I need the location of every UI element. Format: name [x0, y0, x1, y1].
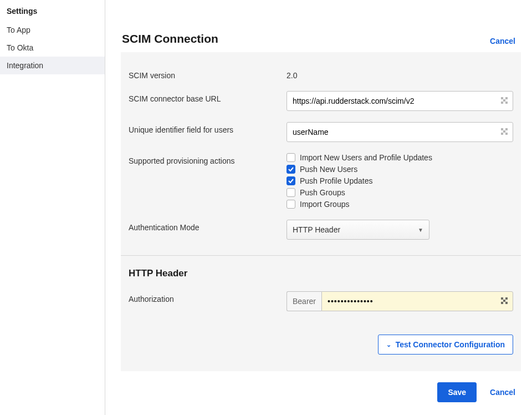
page-title: SCIM Connection [122, 32, 218, 45]
svg-rect-2 [503, 99, 505, 102]
row-authorization: Authorization Bearer [127, 286, 514, 317]
svg-rect-10 [501, 297, 503, 300]
variable-icon[interactable] [501, 97, 508, 105]
variable-icon[interactable] [501, 128, 508, 136]
chevron-down-icon: ▼ [418, 227, 423, 233]
svg-rect-3 [501, 102, 503, 104]
form-panel: SCIM version 2.0 SCIM connector base URL… [121, 52, 521, 371]
svg-rect-0 [501, 97, 503, 99]
svg-rect-14 [505, 302, 508, 304]
label-provisioning: Supported provisioning actions [129, 153, 287, 165]
checkbox-icon[interactable] [287, 200, 295, 209]
auth-type-prefix: Bearer [287, 291, 321, 311]
cancel-link-top[interactable]: Cancel [490, 37, 515, 45]
row-base-url: SCIM connector base URL [127, 85, 514, 117]
checkbox-label: Push New Users [300, 165, 357, 174]
footer: Save Cancel [121, 371, 521, 402]
variable-icon[interactable] [501, 297, 508, 306]
row-scim-version: SCIM version 2.0 [127, 62, 514, 85]
checkbox-icon[interactable] [287, 153, 295, 162]
svg-rect-1 [505, 97, 508, 99]
label-auth-mode: Authentication Mode [129, 220, 287, 232]
sidebar-item-to-app[interactable]: To App [0, 21, 105, 39]
select-value: HTTP Header [293, 225, 340, 234]
http-header-title: HTTP Header [127, 256, 514, 286]
checkbox-label: Push Profile Updates [300, 176, 373, 185]
svg-rect-12 [503, 300, 505, 302]
svg-rect-8 [501, 133, 503, 135]
test-button-label: Test Connector Configuration [396, 340, 505, 349]
svg-rect-6 [505, 128, 508, 130]
row-unique-id: Unique identifier field for users [127, 117, 514, 148]
svg-rect-7 [503, 130, 505, 133]
main-header: SCIM Connection Cancel [121, 9, 521, 52]
svg-rect-9 [505, 133, 508, 135]
row-auth-mode: Authentication Mode HTTP Header ▼ [127, 214, 514, 245]
label-authorization: Authorization [129, 291, 287, 303]
unique-id-input[interactable] [287, 122, 513, 142]
save-button[interactable]: Save [437, 382, 477, 402]
row-provisioning: Supported provisioning actions Import Ne… [127, 148, 514, 214]
checkbox-icon[interactable] [287, 165, 295, 174]
label-base-url: SCIM connector base URL [129, 91, 287, 103]
svg-rect-5 [501, 128, 503, 130]
auth-mode-select[interactable]: HTTP Header ▼ [287, 220, 429, 240]
checkbox-label: Import Groups [300, 200, 349, 209]
value-scim-version: 2.0 [287, 68, 513, 80]
chevron-down-icon: ⌄ [386, 341, 391, 348]
cancel-link-bottom[interactable]: Cancel [490, 388, 515, 397]
label-unique-id: Unique identifier field for users [129, 122, 287, 134]
action-row: ⌄ Test Connector Configuration [127, 317, 514, 355]
checkbox-label: Import New Users and Profile Updates [300, 153, 432, 162]
sidebar-item-integration[interactable]: Integration [0, 57, 105, 74]
checkbox-push-groups[interactable]: Push Groups [287, 188, 513, 197]
svg-rect-11 [505, 297, 508, 300]
svg-rect-4 [505, 102, 508, 104]
checkbox-push-new-users[interactable]: Push New Users [287, 165, 513, 174]
label-scim-version: SCIM version [129, 68, 287, 80]
checkbox-icon[interactable] [287, 176, 295, 185]
checkbox-icon[interactable] [287, 188, 295, 197]
svg-rect-13 [501, 302, 503, 304]
base-url-input[interactable] [287, 91, 513, 111]
checkbox-push-profile-updates[interactable]: Push Profile Updates [287, 176, 513, 185]
checkbox-label: Push Groups [300, 188, 345, 197]
authorization-token-input[interactable] [321, 291, 513, 311]
checkbox-import-groups[interactable]: Import Groups [287, 200, 513, 209]
sidebar-item-to-okta[interactable]: To Okta [0, 39, 105, 57]
checkbox-import-new-users[interactable]: Import New Users and Profile Updates [287, 153, 513, 162]
sidebar: Settings To App To Okta Integration [0, 0, 105, 415]
test-connector-button[interactable]: ⌄ Test Connector Configuration [378, 335, 513, 355]
sidebar-title: Settings [0, 7, 105, 21]
main-content: SCIM Connection Cancel SCIM version 2.0 … [105, 0, 532, 415]
